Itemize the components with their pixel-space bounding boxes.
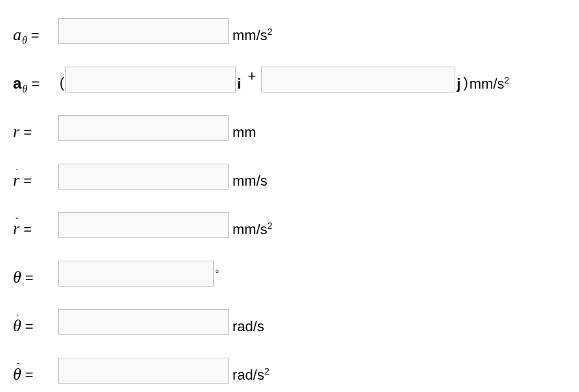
symbol-r: r (13, 122, 19, 141)
subscript-theta: θ (22, 83, 27, 95)
unit-theta-degree: ° (215, 268, 219, 280)
label-a-theta-vec: a θ = (13, 76, 58, 93)
unit-theta-ddot: rad/s2 (233, 366, 269, 384)
equals: = (25, 270, 34, 287)
symbol-a: a (13, 27, 21, 43)
unit-vector-i: i (236, 76, 242, 93)
input-r-ddot[interactable] (58, 212, 229, 238)
row-r-dot: · r = mm/s (13, 157, 566, 190)
row-a-theta-vec: a θ = ( i + j ) mm/s2 (13, 60, 566, 93)
dot-decor: · (16, 310, 17, 319)
input-theta-ddot[interactable] (58, 358, 229, 384)
dot-decor: · (16, 164, 17, 173)
input-r[interactable] (58, 115, 229, 141)
unit-theta-dot: rad/s (233, 318, 264, 335)
input-theta[interactable] (58, 261, 214, 287)
row-r: r = mm (13, 109, 566, 141)
equals: = (23, 221, 32, 238)
unit-r-dot: mm/s (233, 173, 267, 190)
input-a-theta-vec-i[interactable] (65, 67, 236, 93)
input-a-theta-vec-j[interactable] (261, 67, 455, 93)
row-a-theta-mag: a θ = mm/s2 (13, 12, 566, 44)
unit-vector-j: j (455, 76, 462, 93)
input-a-theta-mag[interactable] (58, 18, 229, 44)
plus-sign: + (242, 68, 261, 85)
open-paren: ( (58, 74, 65, 93)
label-r-ddot: ·· r = (13, 221, 58, 238)
row-theta: θ = ° (13, 254, 566, 287)
equals: = (23, 173, 32, 190)
label-a-theta-mag: a θ = (13, 27, 58, 44)
row-theta-ddot: ·· θ = rad/s2 (13, 351, 566, 384)
symbol-a-bold: a (13, 76, 21, 91)
unit-a-theta-vec: mm/s2 (470, 75, 510, 93)
equals: = (25, 318, 34, 335)
ddot-decor: ·· (16, 358, 19, 367)
label-theta-dot: · θ = (13, 318, 58, 335)
unit-a-theta-mag: mm/s2 (233, 27, 273, 44)
equals: = (31, 76, 40, 93)
label-theta-ddot: ·· θ = (13, 366, 58, 384)
row-r-ddot: ·· r = mm/s2 (13, 206, 566, 238)
label-r-dot: · r = (13, 172, 58, 190)
unit-r-ddot: mm/s2 (233, 221, 273, 238)
equals: = (25, 367, 34, 384)
label-theta: θ = (13, 269, 58, 287)
unit-r: mm (233, 124, 256, 141)
symbol-theta: θ (13, 268, 21, 287)
subscript-theta: θ (22, 35, 27, 47)
equals: = (23, 124, 32, 141)
close-paren: ) (462, 74, 469, 93)
label-r: r = (13, 124, 58, 141)
row-theta-dot: · θ = rad/s (13, 303, 566, 335)
ddot-decor: ·· (15, 213, 17, 222)
input-theta-dot[interactable] (58, 309, 229, 335)
equals: = (31, 27, 40, 44)
input-r-dot[interactable] (58, 164, 229, 190)
